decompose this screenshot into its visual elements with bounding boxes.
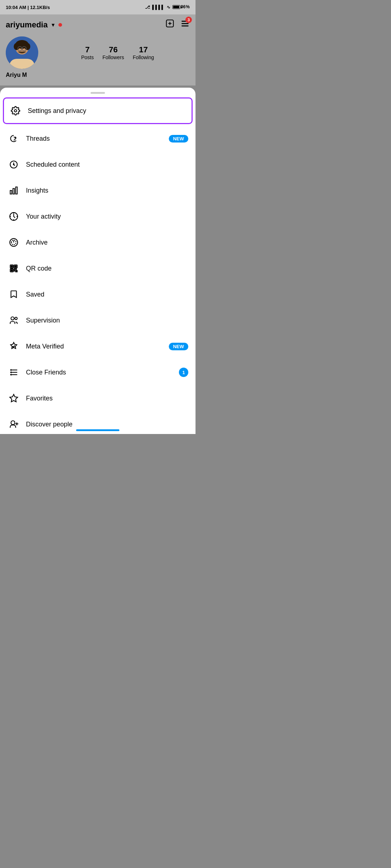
avatar[interactable] bbox=[6, 36, 38, 69]
svg-point-10 bbox=[14, 43, 19, 50]
svg-point-37 bbox=[11, 421, 15, 425]
threads-icon bbox=[7, 132, 20, 145]
menu-item-label-discover: Discover people bbox=[26, 421, 188, 428]
svg-rect-26 bbox=[11, 269, 12, 271]
profile-background: ariyumedia ▼ 3 bbox=[0, 14, 196, 86]
svg-point-31 bbox=[11, 317, 14, 320]
online-status-dot bbox=[58, 23, 62, 27]
svg-rect-24 bbox=[15, 266, 16, 267]
svg-rect-5 bbox=[181, 25, 189, 26]
svg-rect-4 bbox=[181, 23, 189, 24]
clock-icon bbox=[7, 158, 20, 171]
svg-rect-29 bbox=[14, 270, 15, 271]
menu-item-archive[interactable]: Archive bbox=[0, 229, 196, 255]
bluetooth-icon: ⎇ bbox=[145, 5, 150, 10]
menu-button[interactable]: 3 bbox=[180, 19, 190, 31]
drag-handle[interactable] bbox=[91, 92, 105, 94]
menu-item-settings[interactable]: Settings and privacy bbox=[3, 97, 193, 124]
svg-rect-27 bbox=[14, 269, 15, 269]
menu-container: Settings and privacyThreadsNEWScheduled … bbox=[0, 97, 196, 434]
discover-icon bbox=[7, 418, 20, 431]
menu-item-label-closefriends: Close Friends bbox=[26, 369, 179, 376]
menu-item-supervision[interactable]: Supervision bbox=[0, 307, 196, 333]
menu-item-label-scheduled: Scheduled content bbox=[26, 161, 188, 168]
wifi-icon: ∿ bbox=[167, 5, 170, 10]
menu-item-label-meta: Meta Verified bbox=[26, 343, 169, 350]
menu-item-saved[interactable]: Saved bbox=[0, 281, 196, 307]
chevron-down-icon[interactable]: ▼ bbox=[50, 22, 56, 28]
archive-icon bbox=[7, 236, 20, 249]
username[interactable]: ariyumedia bbox=[6, 20, 48, 30]
posts-label: Posts bbox=[81, 54, 94, 60]
profile-name: Ariyu M bbox=[6, 72, 190, 78]
closefriends-icon bbox=[7, 366, 20, 379]
menu-item-activity[interactable]: Your activity bbox=[0, 203, 196, 229]
notification-badge: 3 bbox=[185, 17, 192, 23]
menu-item-label-archive: Archive bbox=[26, 239, 188, 246]
menu-item-label-insights: Insights bbox=[26, 187, 188, 194]
followers-label: Followers bbox=[102, 54, 124, 60]
svg-rect-18 bbox=[10, 190, 12, 194]
menu-item-meta[interactable]: Meta VerifiedNEW bbox=[0, 333, 196, 359]
status-left: 10:04 AM | 12.1KB/s bbox=[6, 5, 50, 10]
status-bar: 10:04 AM | 12.1KB/s ⎇ ▌▌▌▌ ∿ 96% bbox=[0, 0, 196, 14]
qr-icon bbox=[7, 262, 20, 275]
followers-stat[interactable]: 76 Followers bbox=[102, 45, 124, 60]
menu-item-label-activity: Your activity bbox=[26, 213, 188, 220]
chart-icon bbox=[7, 184, 20, 197]
stats-row: 7 Posts 76 Followers 17 Following bbox=[45, 45, 190, 60]
menu-item-closefriends[interactable]: Close Friends1 bbox=[0, 359, 196, 385]
star-icon bbox=[7, 392, 20, 405]
svg-rect-19 bbox=[13, 189, 14, 194]
bottom-sheet: Settings and privacyThreadsNEWScheduled … bbox=[0, 88, 196, 434]
menu-item-label-supervision: Supervision bbox=[26, 317, 188, 324]
menu-item-label-threads: Threads bbox=[26, 135, 169, 143]
menu-item-favorites[interactable]: Favorites bbox=[0, 385, 196, 411]
menu-item-label-qrcode: QR code bbox=[26, 265, 188, 272]
menu-item-label-settings: Settings and privacy bbox=[28, 107, 186, 115]
verified-icon bbox=[7, 340, 20, 353]
menu-item-label-saved: Saved bbox=[26, 291, 188, 298]
supervision-icon bbox=[7, 314, 20, 327]
svg-point-32 bbox=[15, 317, 17, 320]
svg-rect-22 bbox=[11, 266, 12, 267]
battery-display: 96% bbox=[172, 4, 190, 10]
posts-stat[interactable]: 7 Posts bbox=[81, 45, 94, 60]
header-icons: 3 bbox=[165, 19, 190, 31]
svg-point-17 bbox=[13, 164, 14, 165]
badge-threads: NEW bbox=[169, 135, 188, 143]
time-display: 10:04 AM | 12.1KB/s bbox=[6, 5, 50, 10]
svg-rect-20 bbox=[16, 187, 17, 194]
home-indicator bbox=[76, 429, 119, 431]
badge-meta: NEW bbox=[169, 343, 188, 350]
signal-icon: ▌▌▌▌ bbox=[152, 5, 164, 10]
posts-count: 7 bbox=[81, 45, 94, 54]
activity-icon bbox=[7, 210, 20, 223]
followers-count: 76 bbox=[102, 45, 124, 54]
svg-point-15 bbox=[14, 110, 17, 112]
add-post-button[interactable] bbox=[165, 19, 175, 31]
following-count: 17 bbox=[133, 45, 154, 54]
menu-item-insights[interactable]: Insights bbox=[0, 177, 196, 203]
following-stat[interactable]: 17 Following bbox=[133, 45, 154, 60]
gear-icon bbox=[9, 104, 22, 117]
profile-info-row: 7 Posts 76 Followers 17 Following bbox=[6, 36, 190, 69]
status-right: ⎇ ▌▌▌▌ ∿ 96% bbox=[145, 4, 190, 10]
menu-item-threads[interactable]: ThreadsNEW bbox=[0, 126, 196, 152]
menu-item-label-favorites: Favorites bbox=[26, 395, 188, 402]
svg-rect-8 bbox=[9, 59, 35, 69]
svg-marker-36 bbox=[10, 394, 18, 402]
menu-item-scheduled[interactable]: Scheduled content bbox=[0, 152, 196, 177]
menu-item-qrcode[interactable]: QR code bbox=[0, 255, 196, 281]
badge-closefriends: 1 bbox=[179, 368, 188, 377]
following-label: Following bbox=[133, 54, 154, 60]
bookmark-icon bbox=[7, 288, 20, 301]
svg-rect-28 bbox=[16, 269, 16, 269]
svg-point-11 bbox=[25, 43, 30, 50]
username-row: ariyumedia ▼ bbox=[6, 20, 62, 30]
svg-rect-30 bbox=[16, 270, 17, 272]
